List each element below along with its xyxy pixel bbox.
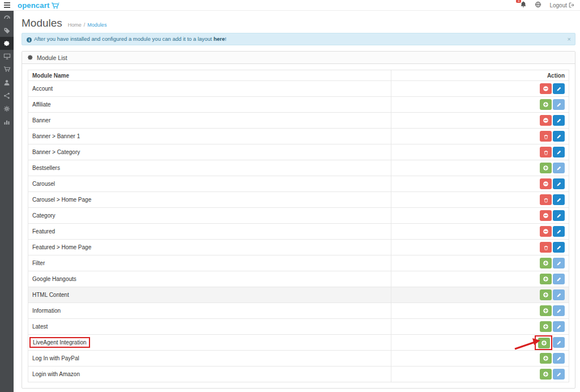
uninstall-button[interactable] <box>540 226 552 237</box>
sidebar-item-marketing[interactable] <box>0 89 14 102</box>
sidebar-item-design[interactable] <box>0 50 14 63</box>
globe-icon <box>535 1 541 8</box>
edit-button[interactable] <box>553 99 565 110</box>
sales-icon <box>3 66 11 73</box>
pencil-icon <box>556 134 562 139</box>
extensions-icon <box>3 40 10 47</box>
table-row: HTML Content <box>28 287 569 303</box>
edit-button[interactable] <box>553 147 565 157</box>
marketing-icon <box>3 92 10 99</box>
module-name: Bestsellers <box>32 165 60 171</box>
module-name: Login with Amazon <box>32 371 80 377</box>
notification-badge: 1 <box>516 0 521 3</box>
plus-circle-icon <box>541 340 547 346</box>
edit-button[interactable] <box>553 369 565 380</box>
info-circle-icon: i <box>27 37 32 42</box>
delete-button[interactable] <box>540 194 552 205</box>
plus-circle-icon <box>543 101 549 108</box>
plus-circle-icon <box>543 276 549 282</box>
install-button[interactable] <box>540 353 552 364</box>
edit-button[interactable] <box>553 194 565 205</box>
install-button[interactable] <box>540 369 552 380</box>
breadcrumb-home-link[interactable]: Home <box>68 22 82 28</box>
opencart-logo[interactable]: opencart <box>18 1 59 10</box>
install-button[interactable] <box>540 274 552 284</box>
bell-icon <box>520 1 527 8</box>
pencil-icon <box>556 245 562 250</box>
module-name-cell: Carousel <box>28 176 391 192</box>
edit-button[interactable] <box>553 163 565 173</box>
notifications-button[interactable]: 1 <box>520 0 527 10</box>
edit-button[interactable] <box>553 321 565 332</box>
module-name: Featured > Home Page <box>32 244 91 250</box>
table-row: Login with Amazon <box>28 367 569 382</box>
uninstall-button[interactable] <box>540 115 552 126</box>
module-name: Banner > Banner 1 <box>32 133 80 139</box>
edit-button[interactable] <box>553 83 565 94</box>
edit-button[interactable] <box>553 274 565 284</box>
action-cell <box>391 208 569 224</box>
module-name: Google Hangouts <box>32 276 76 282</box>
install-button[interactable] <box>540 258 552 269</box>
sidebar-item-sales[interactable] <box>0 63 14 76</box>
edit-button[interactable] <box>553 258 565 269</box>
module-name: Category <box>32 212 56 219</box>
pencil-icon <box>556 181 562 187</box>
install-button[interactable] <box>540 99 552 110</box>
module-name-cell: Account <box>28 81 391 97</box>
table-row: Featured > Home Page <box>28 240 569 255</box>
sidebar-item-customers[interactable] <box>0 76 14 89</box>
action-cell <box>391 192 569 208</box>
edit-button[interactable] <box>553 337 565 348</box>
table-row: Banner <box>28 113 569 129</box>
module-name-cell: Featured <box>28 224 391 240</box>
page-header: Modules Home/Modules <box>22 15 575 33</box>
edit-button[interactable] <box>553 210 565 221</box>
edit-button[interactable] <box>553 289 565 300</box>
navbar-right-group: 1 Logout <box>520 0 580 10</box>
module-name: Information <box>32 308 61 314</box>
install-button[interactable] <box>538 338 550 348</box>
uninstall-button[interactable] <box>540 83 552 94</box>
plus-circle-icon <box>543 323 549 330</box>
logout-button[interactable]: Logout <box>549 2 574 8</box>
module-name: Carousel <box>32 181 55 187</box>
install-button[interactable] <box>540 305 552 316</box>
breadcrumb-modules-link[interactable]: Modules <box>87 22 106 28</box>
install-button[interactable] <box>540 163 552 173</box>
uninstall-button[interactable] <box>540 210 552 221</box>
plus-circle-icon <box>543 165 549 171</box>
sidebar-item-reports[interactable] <box>0 115 14 128</box>
edit-button[interactable] <box>553 226 565 237</box>
uninstall-button[interactable] <box>540 178 552 189</box>
delete-button[interactable] <box>540 131 552 142</box>
install-button[interactable] <box>540 289 552 300</box>
pencil-icon <box>556 102 562 108</box>
edit-button[interactable] <box>553 115 565 126</box>
module-name-cell: Featured > Home Page <box>28 240 391 255</box>
module-name-cell: HTML Content <box>28 287 391 303</box>
menu-toggle-button[interactable] <box>0 0 14 11</box>
sidebar-item-extensions[interactable] <box>0 37 14 50</box>
store-front-button[interactable] <box>535 0 541 10</box>
sidebar-item-dashboard[interactable] <box>0 11 14 24</box>
edit-button[interactable] <box>553 242 565 253</box>
sidebar-item-system[interactable] <box>0 102 14 115</box>
annotation-box-module-name: LiveAgent Integration <box>29 337 90 348</box>
sidebar-item-catalog[interactable] <box>0 24 14 37</box>
action-cell <box>391 271 569 287</box>
alert-here-link[interactable]: here <box>214 36 225 42</box>
column-header-module-name: Module Name <box>28 70 391 81</box>
module-name-cell: Banner <box>28 113 391 129</box>
delete-button[interactable] <box>540 147 552 157</box>
edit-button[interactable] <box>553 305 565 316</box>
install-button[interactable] <box>540 321 552 332</box>
annotation-box-install-button <box>535 335 552 350</box>
pencil-icon <box>556 276 562 282</box>
edit-button[interactable] <box>553 178 565 189</box>
alert-close-button[interactable]: × <box>568 33 571 45</box>
delete-button[interactable] <box>540 242 552 253</box>
edit-button[interactable] <box>553 131 565 142</box>
edit-button[interactable] <box>553 353 565 364</box>
action-cell <box>391 129 569 144</box>
